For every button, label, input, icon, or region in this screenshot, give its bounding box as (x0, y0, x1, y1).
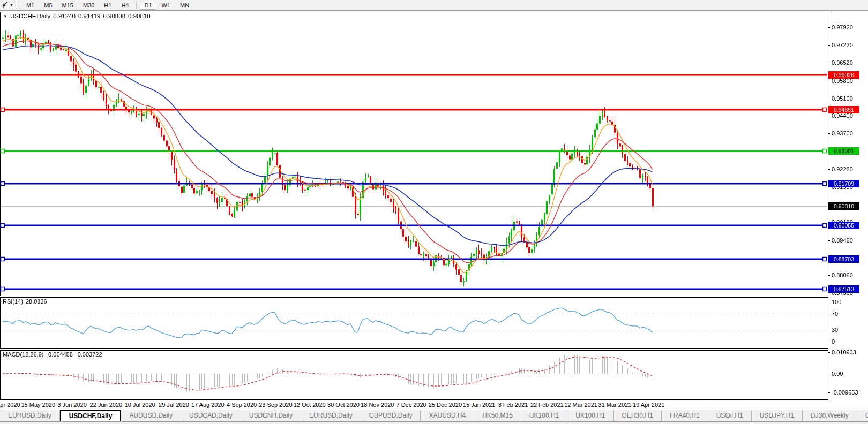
rsi-tick-70: 70 (832, 311, 838, 317)
date-tick-label: 15 Jan 2021 (463, 402, 496, 408)
collapse-triangle-icon[interactable]: ▼ (3, 14, 8, 19)
chart-tab-USDCAD-Daily[interactable]: USDCAD,Daily (181, 410, 241, 421)
macd-name: MACD(12,26,9) (3, 351, 43, 358)
price-tick-0.95100: 0.95100 (832, 95, 853, 102)
date-tick-label: 7 Dec 2020 (396, 402, 426, 408)
status-strip (0, 422, 868, 424)
timeframe-button-W1[interactable]: W1 (158, 1, 175, 10)
date-tick-label: 27 Apr 2020 (0, 402, 20, 408)
timeframe-button-D1[interactable]: D1 (140, 1, 156, 10)
terminal-screen: ▼ M1M5M15M30H1H4D1W1MN ▼USDCHF,Daily0.91… (0, 0, 868, 424)
price-tick-0.88060: 0.88060 (832, 272, 853, 278)
chart-tab-CHINA300-H1[interactable]: CHINA300,H1 (857, 410, 868, 421)
chart-tab-USDJPY-H1[interactable]: USDJPY,H1 (752, 410, 803, 421)
toolbar-separator (136, 2, 137, 9)
ohlc-open: 0.91240 (53, 13, 76, 19)
date-tick-label: 4 Sep 2020 (227, 402, 257, 408)
rsi-tick-30: 30 (832, 327, 838, 333)
hline-price-badge-0.91709[interactable]: 0.91709 (828, 180, 859, 187)
macd-tick-0.010933: 0.010933 (832, 349, 856, 355)
date-tick-label: 22 Jun 2020 (90, 402, 123, 408)
macd-signal-value: -0.003722 (76, 351, 102, 358)
rsi-name: RSI(14) (3, 298, 23, 305)
chart-tab-EURUSD-Daily[interactable]: EURUSD,Daily (0, 410, 60, 421)
chart-cursor-icon[interactable]: ▼ (0, 0, 15, 10)
macd-indicator-label: MACD(12,26,9)-0.004458-0.003722 (3, 351, 105, 358)
timeframe-button-MN[interactable]: MN (176, 1, 193, 10)
toolbar-grip[interactable] (17, 2, 19, 9)
price-tick-0.96520: 0.96520 (832, 59, 853, 66)
rsi-tick-100: 100 (832, 299, 841, 305)
chart-title: ▼USDCHF,Daily0.912400.914190.908080.9081… (3, 13, 153, 19)
timeframe-button-M15[interactable]: M15 (58, 1, 78, 10)
date-tick-label: 30 Oct 2020 (327, 402, 360, 408)
date-tick-label: 29 Jul 2020 (159, 402, 189, 408)
chart-tab-GER30-H1[interactable]: GER30,H1 (614, 410, 662, 421)
date-tick-label: 19 Apr 2021 (633, 402, 664, 408)
chart-tab-USOil-H1[interactable]: USOil,H1 (708, 410, 752, 421)
hline-price-badge-0.93001[interactable]: 0.93001 (828, 147, 859, 155)
chart-tab-USDCHF-Daily[interactable]: USDCHF,Daily (60, 410, 122, 421)
hline-price-badge-0.96026[interactable]: 0.96026 (828, 71, 859, 79)
date-tick-label: 25 Dec 2020 (429, 402, 462, 408)
chart-symbol: USDCHF,Daily (10, 13, 50, 19)
date-tick-label: 17 Aug 2020 (191, 402, 225, 408)
chart-tab-UK100-H1[interactable]: UK100,H1 (521, 410, 567, 421)
macd-tick--0.009653: -0.009653 (832, 389, 858, 396)
chart-tab-GBPUSD-Daily[interactable]: GBPUSD,Daily (361, 410, 421, 421)
current-price-badge: 0.90810 (828, 202, 859, 210)
ohlc-low: 0.90808 (103, 13, 125, 19)
hline-price-badge-0.87513[interactable]: 0.87513 (828, 285, 859, 293)
chart-tab-FRA40-H1[interactable]: FRA40,H1 (662, 410, 708, 421)
price-chart-canvas[interactable] (0, 11, 868, 400)
date-tick-label: 31 Mar 2021 (598, 402, 632, 408)
macd-tick-0.00: 0.00 (832, 370, 843, 377)
hline-price-badge-0.90055[interactable]: 0.90055 (828, 222, 859, 229)
price-tick-0.93700: 0.93700 (832, 130, 853, 137)
price-tick-0.92280: 0.92280 (832, 166, 853, 172)
ohlc-close: 0.90810 (128, 13, 151, 19)
ohlc-high: 0.91419 (78, 13, 101, 19)
timeframe-button-M1[interactable]: M1 (22, 1, 39, 10)
rsi-tick-0: 0 (832, 338, 835, 345)
date-tick-label: 10 Jul 2020 (125, 402, 155, 408)
price-tick-0.94400: 0.94400 (832, 112, 853, 119)
chart-tab-UK100-H1[interactable]: UK100,H1 (567, 410, 613, 421)
rsi-indicator-label: RSI(14)28.0836 (3, 298, 50, 305)
rsi-value: 28.0836 (26, 298, 47, 305)
macd-main-value: -0.004458 (46, 351, 73, 358)
date-tick-label: 12 Mar 2021 (564, 402, 597, 408)
hline-price-badge-0.88703[interactable]: 0.88703 (828, 255, 859, 263)
chart-window: ▼USDCHF,Daily0.912400.914190.908080.9081… (0, 11, 868, 400)
timeframe-toolbar: ▼ M1M5M15M30H1H4D1W1MN (0, 0, 868, 11)
date-tick-label: 3 Jun 2020 (57, 402, 86, 408)
dropdown-caret-icon[interactable]: ▼ (10, 3, 13, 7)
date-tick-label: 18 Nov 2020 (361, 402, 394, 408)
date-tick-label: 3 Feb 2021 (498, 402, 528, 408)
chart-tab-EURUSD-Daily[interactable]: EURUSD,Daily (301, 410, 361, 421)
chart-tab-AUDUSD-Daily[interactable]: AUDUSD,Daily (121, 410, 181, 421)
hline-price-badge-0.94651[interactable]: 0.94651 (828, 106, 859, 113)
timeframe-button-M5[interactable]: M5 (40, 1, 56, 10)
price-tick-0.89460: 0.89460 (832, 237, 853, 244)
chart-tab-HK50-M15[interactable]: HK50,M15 (474, 410, 521, 421)
date-tick-label: 12 Oct 2020 (294, 402, 326, 408)
timeframe-button-H1[interactable]: H1 (100, 1, 116, 10)
chart-tab-DJ30-Weekly[interactable]: DJ30,Weekly (803, 410, 857, 421)
date-tick-label: 23 Sep 2020 (259, 402, 292, 408)
chart-tab-XAUUSD-H4[interactable]: XAUUSD,H4 (421, 410, 474, 421)
timeframe-button-M30[interactable]: M30 (79, 1, 99, 10)
chart-tab-bar: EURUSD,DailyUSDCHF,DailyAUDUSD,DailyUSDC… (0, 410, 868, 422)
timeframe-button-H4[interactable]: H4 (117, 1, 133, 10)
time-axis[interactable]: 27 Apr 202015 May 20203 Jun 202022 Jun 2… (0, 400, 828, 410)
chart-tab-USDCNH-Daily[interactable]: USDCNH,Daily (241, 410, 301, 421)
date-tick-label: 15 May 2020 (21, 402, 55, 408)
price-tick-0.97920: 0.97920 (832, 24, 853, 31)
price-tick-0.97220: 0.97220 (832, 42, 853, 48)
date-tick-label: 22 Feb 2021 (530, 402, 564, 408)
